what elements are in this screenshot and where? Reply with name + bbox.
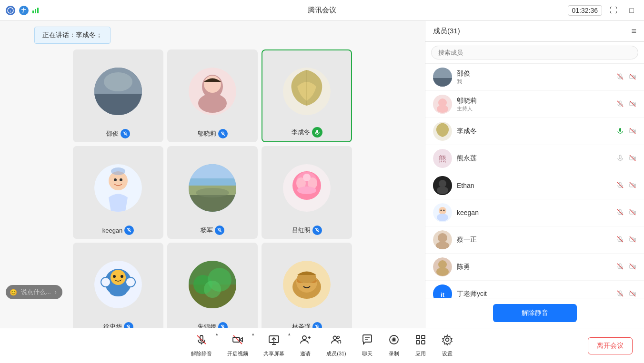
share-caret-icon: ▲ [287,332,291,336]
member-info-keegan-sidebar: keegan [457,209,612,216]
member-info-caiyizheng: 蔡一正 [457,235,612,244]
member-info-xiongyonglian: 熊永莲 [457,154,612,163]
member-item-chenyong[interactable]: 陈勇 [425,254,644,281]
video-area: 正在讲话：李成冬； 邵俊 [0,21,425,328]
svg-point-153 [333,336,337,340]
svg-point-37 [303,174,311,181]
member-actions-lichengdong [616,127,636,136]
svg-point-164 [445,338,449,342]
svg-rect-162 [416,341,420,344]
mic-toolbar-icon [196,334,207,348]
video-cell-shaojun: 邵俊 [73,49,163,142]
member-item-wuxiaoli[interactable]: 邬晓莉 主持人 [425,91,644,118]
video-toolbar-icon [232,334,243,348]
avatar-zhujinjiao [189,261,236,308]
member-item-ethan[interactable]: Ethan [425,172,644,199]
video-cell-luhongming: 吕红明 [262,146,352,239]
cam-muted-icon-xiongyonglian [629,154,636,163]
member-tag-wuxiaoli: 主持人 [457,105,612,112]
toolbar-share[interactable]: ▲ 共享屏幕 [256,328,292,363]
name-bar-linshengqiang: 林圣强 [292,322,322,328]
video-cell-xuzhonghua: 徐忠华 [73,243,163,328]
emoji-icon: 😊 [10,289,17,296]
svg-rect-161 [422,335,425,339]
member-actions-wuxiaoli [616,100,636,109]
svg-point-4 [104,72,132,91]
avatar-luhongming [283,164,331,212]
toolbar-record[interactable]: 录制 [381,328,407,363]
member-actions-keegan-sidebar [616,208,636,217]
svg-line-5 [123,132,127,136]
svg-text:i: i [10,9,11,13]
invite-label: 邀请 [300,350,311,357]
muted-icon-wuxiaoli [218,129,228,138]
muted-icon-yangjun [215,226,224,235]
member-item-xiongyonglian[interactable]: 熊 熊永莲 [425,145,644,172]
muted-icon-luhongming [312,226,322,235]
avatar-wuxiaoli [189,68,236,115]
svg-point-42 [111,270,126,285]
toolbar-invite[interactable]: 邀请 [292,328,319,363]
member-actions-xiongyonglian [616,154,636,163]
unmute-all-button[interactable]: 解除静音 [493,304,577,322]
title-bar: i 腾讯会议 01:32:36 ⛶ □ [0,0,644,21]
window-icon[interactable]: □ [625,4,638,17]
mic-active-icon-lichengdong [616,127,624,136]
member-info-ethan: Ethan [457,182,612,189]
sidebar-footer: 解除静音 [425,298,644,328]
chat-label: 聊天 [362,350,372,357]
svg-point-44 [121,275,123,278]
member-info-dinglaoship: 丁老师ycit [457,290,612,298]
name-bar-shaojun: 邵俊 [106,129,130,138]
tray-icon-1: i [6,6,15,15]
svg-rect-15 [316,130,318,133]
svg-point-100 [437,214,448,221]
video-cell-yangjun: 杨军 [167,146,258,239]
muted-icon-linshengqiang [312,322,322,328]
chat-arrow-icon[interactable]: › [55,289,57,295]
toolbar-video[interactable]: ▲ 开启视频 [220,328,256,363]
avatar-caiyizheng-sidebar [433,230,452,249]
tray-icon-2 [19,6,29,15]
member-actions-chenyong [616,263,636,272]
member-item-shaojun[interactable]: 邵俊 我 [425,64,644,91]
toolbar-mic[interactable]: ▲ 解除静音 [183,328,220,363]
title-bar-right: 01:32:36 ⛶ □ [568,4,639,17]
leave-button[interactable]: 离开会议 [588,337,633,354]
cam-muted-icon-lichengdong [629,127,636,136]
member-name-lichengdong: 李成冬 [457,127,612,136]
expand-icon[interactable]: ⛶ [607,4,620,17]
name-bar-lichengdong: 李成冬 [292,127,322,137]
muted-icon-xuzhonghua [124,322,133,328]
avatar-keegan [94,164,142,212]
svg-point-116 [436,267,449,276]
svg-point-99 [439,207,446,215]
cam-muted-icon-keegan [629,208,636,217]
mic-on-icon-lichengdong [312,127,322,137]
toolbar-apps[interactable]: 应用 [407,328,434,363]
speaking-banner: 正在讲话：李成冬； [34,27,111,44]
cam-muted-icon-dinglaoship [629,290,636,298]
svg-rect-3 [94,94,142,115]
member-item-caiyizheng[interactable]: 蔡一正 [425,226,644,254]
sidebar-menu-icon[interactable]: ≡ [631,26,636,36]
avatar-linshengqiang [283,261,331,308]
avatar-xiongyonglian-sidebar: 熊 [433,149,452,168]
muted-icon-keegan [124,226,134,235]
mic-muted-icon-keegan [616,208,624,217]
member-item-dinglaoship[interactable]: it 丁老师ycit [425,281,644,298]
toolbar-chat[interactable]: 聊天 [354,328,381,363]
member-item-lichengdong[interactable]: 李成冬 [425,118,644,145]
video-cell-wuxiaoli: 邬晓莉 [167,49,258,142]
member-name-wuxiaoli: 邬晓莉 [457,97,612,105]
chat-bar: 😊 说点什么... › [6,285,62,299]
svg-point-54 [204,281,221,298]
member-item-keegan-sidebar[interactable]: keegan [425,199,644,226]
video-cell-zhujinjiao: 朱锦娇 [167,243,258,328]
cam-muted-icon-caiyizheng [629,235,636,245]
toolbar-settings[interactable]: 设置 [434,328,461,363]
toolbar-members[interactable]: 成员(31) [319,328,354,363]
member-actions-shaojun [616,73,636,82]
name-bar-keegan: keegan [102,226,134,235]
search-input[interactable] [431,46,638,59]
